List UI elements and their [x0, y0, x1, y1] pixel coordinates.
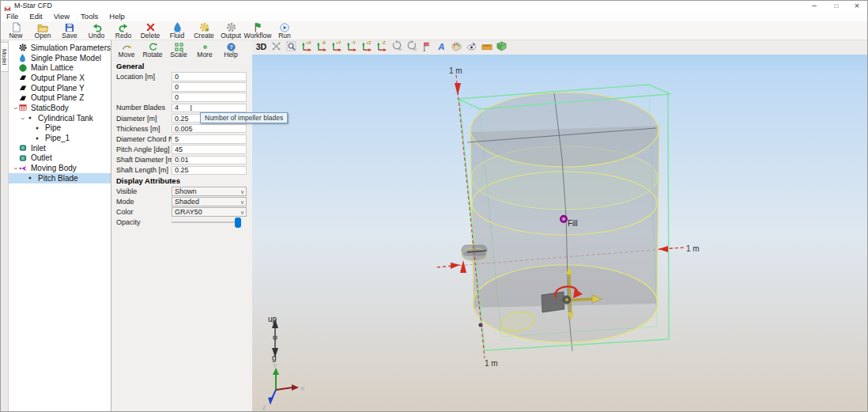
toolbar-button-label: Delete	[141, 32, 160, 40]
tab-model[interactable]: Model	[1, 42, 9, 72]
tree-item-pipe[interactable]: Pipe	[9, 123, 111, 134]
palette-button[interactable]	[450, 41, 463, 54]
tree-item-output-plane-z[interactable]: Output Plane Z	[9, 93, 111, 103]
scene-canvas[interactable]: Fill 1 m 1 m	[252, 55, 868, 412]
output-button[interactable]: Output	[217, 21, 244, 40]
visible-select[interactable]: Shown	[172, 187, 247, 196]
tree-item-moving-body[interactable]: Moving Body	[9, 163, 111, 173]
gear-icon	[19, 43, 28, 52]
color-select[interactable]: GRAY50	[172, 207, 247, 217]
viewport-3d[interactable]: 3D+X-X+Y-Y+Z-Z9090A	[252, 40, 868, 412]
zoom-region-button[interactable]	[285, 41, 298, 54]
visibility-button[interactable]	[465, 41, 478, 54]
run-button[interactable]: Run	[271, 21, 298, 40]
annotation-a-icon: A	[437, 40, 446, 55]
section-header-general: General	[116, 61, 252, 71]
save-button[interactable]: Save	[56, 21, 83, 40]
toolbar-button-label: New	[9, 32, 22, 40]
svg-text:Fill: Fill	[568, 219, 578, 228]
view-minus-x-button[interactable]: -X	[315, 41, 328, 54]
view-plus-z-button[interactable]: +Z	[360, 41, 373, 54]
view-plus-y-button[interactable]: +Y	[330, 41, 343, 54]
opacity-slider[interactable]	[172, 218, 247, 228]
chevron-down-icon[interactable]	[12, 104, 19, 112]
ruler-button[interactable]	[480, 41, 493, 54]
chevron-down-icon[interactable]	[12, 164, 19, 172]
thickness-m-input[interactable]: 0.005	[172, 124, 247, 134]
toolbar-button-label: Fluid	[170, 32, 184, 40]
tree-item-inlet[interactable]: Inlet	[9, 143, 111, 153]
port-icon	[19, 144, 28, 153]
text-cursor-icon: I	[190, 104, 192, 112]
view-minus-y-button[interactable]: -Y	[345, 41, 358, 54]
minimize-icon[interactable]	[804, 1, 825, 11]
close-icon[interactable]	[847, 1, 867, 11]
tree-item-single-phase-model[interactable]: Single Phase Model	[9, 53, 111, 63]
view-3d-button[interactable]: 3D	[255, 41, 268, 54]
slider-handle[interactable]	[235, 217, 241, 228]
open-button[interactable]: Open	[29, 21, 56, 40]
menu-help[interactable]: Help	[104, 11, 130, 21]
shaft-length-m-input[interactable]: 0.25	[172, 166, 247, 176]
svg-text:1 m: 1 m	[686, 244, 700, 253]
tree-item-simulation-parameters[interactable]: Simulation Parameters	[9, 43, 111, 53]
number-blades-input[interactable]: 4I	[172, 104, 247, 113]
menu-view[interactable]: View	[48, 11, 75, 21]
redo-button[interactable]: Redo	[110, 21, 137, 40]
main-toolbar: NewOpenSaveUndoRedoDeleteFluidCreateOutp…	[1, 21, 868, 40]
maximize-icon[interactable]	[826, 1, 847, 11]
field-label: Diameter Chord Ratio	[116, 135, 172, 143]
tree-item-staticbody[interactable]: StaticBody	[9, 103, 111, 113]
svg-text:90: 90	[398, 47, 402, 51]
menu-edit[interactable]: Edit	[24, 11, 47, 21]
bounding-box-button[interactable]	[495, 41, 508, 54]
help-button[interactable]: ?Help	[221, 42, 241, 59]
rotate-cw-button[interactable]: 90	[405, 41, 418, 54]
model-tree: Simulation ParametersSingle Phase ModelM…	[9, 40, 111, 412]
diameter-chord-ratio-input[interactable]: 5	[172, 134, 247, 144]
rotate-button[interactable]: Rotate	[142, 42, 163, 59]
tree-item-main-lattice[interactable]: Main Lattice	[9, 62, 111, 73]
annotation-button[interactable]: A	[435, 41, 448, 54]
tree-item-output-plane-y[interactable]: Output Plane Y	[9, 83, 111, 93]
marker-button[interactable]	[420, 41, 433, 54]
delete-button[interactable]: Delete	[137, 21, 164, 40]
slider-track[interactable]	[172, 221, 241, 223]
create-button[interactable]: Create	[191, 21, 217, 40]
location-component-input[interactable]: 0	[172, 93, 247, 102]
view-minus-z-button[interactable]: -Z	[375, 41, 388, 54]
fluid-button[interactable]: Fluid	[164, 21, 191, 40]
fit-view-button[interactable]	[270, 41, 283, 54]
action-label: More	[197, 51, 212, 59]
workflow-button[interactable]: Workflow	[244, 21, 271, 40]
ruler-icon	[481, 40, 492, 55]
chevron-down-icon	[240, 198, 244, 206]
more-button[interactable]: More	[194, 42, 215, 59]
move-button[interactable]: Move	[116, 42, 137, 59]
scale-button[interactable]: Scale	[168, 42, 189, 59]
pitch-angle-deg-input[interactable]: 45	[172, 145, 247, 154]
plane-icon	[19, 74, 28, 82]
rotate-ccw-button[interactable]: 90	[390, 41, 403, 54]
chevron-down-icon[interactable]	[19, 114, 26, 123]
menu-tools[interactable]: Tools	[75, 11, 104, 21]
tree-item-label: Moving Body	[31, 164, 77, 172]
undo-button[interactable]: Undo	[83, 21, 110, 40]
tree-item-pipe-1[interactable]: Pipe_1	[9, 133, 111, 143]
menu-file[interactable]: File	[1, 11, 24, 21]
field-row-mode: ModeShaded	[116, 196, 252, 206]
tree-item-outlet[interactable]: Outlet	[9, 153, 111, 164]
tree-item-output-plane-x[interactable]: Output Plane X	[9, 73, 111, 83]
location-component-input[interactable]: 0	[172, 82, 247, 92]
tree-item-pitch-blade[interactable]: Pitch Blade	[9, 173, 111, 183]
axis-view-icon: -Z	[376, 40, 387, 55]
mode-select[interactable]: Shaded	[172, 197, 247, 206]
field-label: Color	[116, 208, 172, 216]
view-plus-x-button[interactable]: +X	[300, 41, 313, 54]
tree-item-cylindrical-tank[interactable]: Cylindrical Tank	[9, 113, 111, 123]
new-button[interactable]: New	[2, 21, 29, 40]
toolbar-button-label: Create	[194, 32, 214, 40]
shaft-diameter-m-input[interactable]: 0.01	[172, 156, 247, 165]
location-m-input[interactable]: 0	[172, 72, 247, 81]
field-row-location-component: 0	[116, 93, 252, 103]
